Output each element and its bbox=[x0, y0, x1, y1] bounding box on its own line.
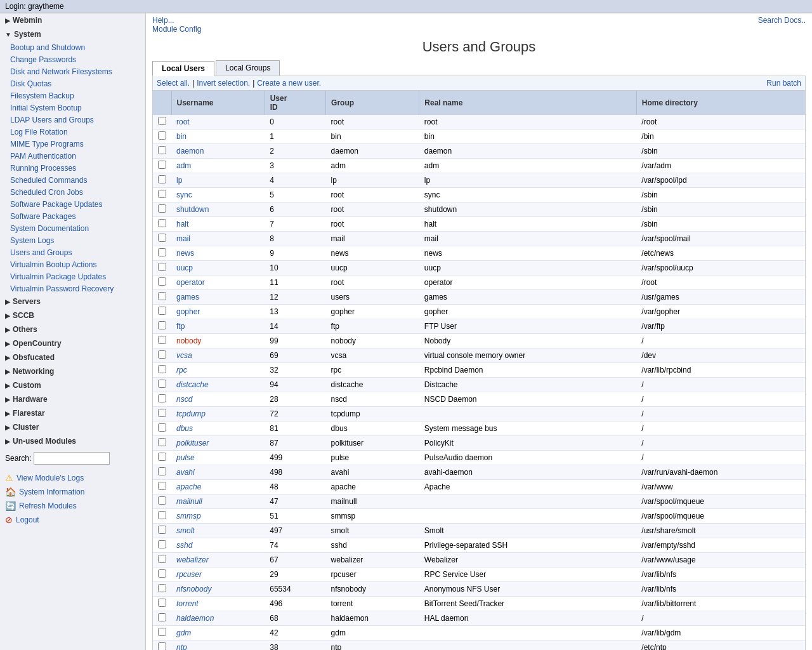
sidebar-section-servers[interactable]: ▶ Servers bbox=[0, 295, 145, 308]
row-checkbox[interactable] bbox=[158, 117, 166, 125]
row-checkbox[interactable] bbox=[158, 365, 166, 373]
row-checkbox[interactable] bbox=[158, 248, 166, 256]
row-checkbox[interactable] bbox=[158, 409, 166, 417]
username-link[interactable]: games bbox=[176, 293, 199, 302]
row-checkbox[interactable] bbox=[158, 234, 166, 242]
username-link[interactable]: smolt bbox=[176, 526, 195, 535]
sidebar-section-flarestar[interactable]: ▶ Flarestar bbox=[0, 406, 145, 420]
sidebar-link-virtualmin-package-updates[interactable]: Virtualmin Package Updates bbox=[10, 272, 106, 281]
username-link[interactable]: rpc bbox=[176, 366, 187, 375]
row-checkbox[interactable] bbox=[158, 307, 166, 315]
help-link[interactable]: Help... bbox=[152, 16, 201, 25]
sidebar-link-software-packages[interactable]: Software Packages bbox=[10, 212, 75, 221]
username-link[interactable]: sync bbox=[176, 190, 192, 199]
sidebar-link-bootup-shutdown[interactable]: Bootup and Shutdown bbox=[10, 43, 85, 52]
username-link[interactable]: lp bbox=[176, 176, 182, 185]
username-link[interactable]: rpcuser bbox=[176, 570, 202, 579]
row-checkbox[interactable] bbox=[158, 190, 166, 198]
create-new-user-link[interactable]: Create a new user. bbox=[257, 79, 321, 88]
username-link[interactable]: polkituser bbox=[176, 439, 209, 448]
sidebar-section-obsfucated[interactable]: ▶ Obsfucated bbox=[0, 350, 145, 364]
row-checkbox[interactable] bbox=[158, 628, 166, 636]
sidebar-link-virtualmin-bootup-actions[interactable]: Virtualmin Bootup Actions bbox=[10, 260, 97, 269]
sidebar-section-webmin[interactable]: ▶ Webmin bbox=[0, 13, 145, 27]
row-checkbox[interactable] bbox=[158, 394, 166, 402]
username-link[interactable]: shutdown bbox=[176, 205, 209, 214]
system-information-item[interactable]: 🏠 System Information bbox=[5, 485, 140, 499]
username-link[interactable]: webalizer bbox=[176, 555, 209, 564]
username-link[interactable]: nobody bbox=[176, 336, 201, 345]
sidebar-link-filesystem-backup[interactable]: Filesystem Backup bbox=[10, 91, 74, 100]
username-link[interactable]: sshd bbox=[176, 541, 192, 550]
tab-local-users[interactable]: Local Users bbox=[152, 61, 214, 76]
tab-local-groups[interactable]: Local Groups bbox=[216, 60, 280, 76]
row-checkbox[interactable] bbox=[158, 453, 166, 461]
row-checkbox[interactable] bbox=[158, 350, 166, 359]
username-link[interactable]: ftp bbox=[176, 322, 185, 331]
row-checkbox[interactable] bbox=[158, 131, 166, 140]
logout-link[interactable]: Logout bbox=[16, 515, 39, 524]
sidebar-link-users-and-groups[interactable]: Users and Groups bbox=[10, 248, 72, 257]
sidebar-link-ldap-users-groups[interactable]: LDAP Users and Groups bbox=[10, 116, 94, 124]
username-link[interactable]: avahi bbox=[176, 468, 195, 477]
sidebar-link-system-logs[interactable]: System Logs bbox=[10, 236, 54, 245]
sidebar-section-opencountry[interactable]: ▶ OpenCountry bbox=[0, 336, 145, 350]
row-checkbox[interactable] bbox=[158, 292, 166, 300]
search-input[interactable] bbox=[34, 452, 110, 465]
row-checkbox[interactable] bbox=[158, 321, 166, 329]
username-link[interactable]: apache bbox=[176, 482, 201, 491]
username-link[interactable]: gopher bbox=[176, 307, 200, 316]
row-checkbox[interactable] bbox=[158, 204, 166, 213]
username-link[interactable]: uucp bbox=[176, 263, 193, 272]
username-link[interactable]: distcache bbox=[176, 380, 209, 389]
view-modules-logs-link[interactable]: View Module's Logs bbox=[16, 474, 84, 482]
username-link[interactable]: news bbox=[176, 249, 194, 258]
row-checkbox[interactable] bbox=[158, 511, 166, 519]
sidebar-link-scheduled-commands[interactable]: Scheduled Commands bbox=[10, 176, 87, 185]
row-checkbox[interactable] bbox=[158, 146, 166, 154]
row-checkbox[interactable] bbox=[158, 599, 166, 607]
username-link[interactable]: ntp bbox=[176, 643, 187, 650]
sidebar-section-custom[interactable]: ▶ Custom bbox=[0, 378, 145, 392]
sidebar-section-others[interactable]: ▶ Others bbox=[0, 322, 145, 336]
sidebar-link-disk-network-filesystems[interactable]: Disk and Network Filesystems bbox=[10, 67, 112, 76]
username-link[interactable]: nfsnobody bbox=[176, 585, 211, 594]
refresh-modules-link[interactable]: Refresh Modules bbox=[19, 501, 77, 510]
row-checkbox[interactable] bbox=[158, 496, 166, 505]
sidebar-section-hardware[interactable]: ▶ Hardware bbox=[0, 392, 145, 406]
username-link[interactable]: operator bbox=[176, 278, 205, 287]
row-checkbox[interactable] bbox=[158, 336, 166, 344]
sidebar-section-system[interactable]: ▼ System bbox=[0, 27, 145, 41]
row-checkbox[interactable] bbox=[158, 380, 166, 388]
row-checkbox[interactable] bbox=[158, 263, 166, 271]
row-checkbox[interactable] bbox=[158, 423, 166, 432]
run-batch-link[interactable]: Run batch bbox=[766, 79, 801, 88]
sidebar-link-software-package-updates[interactable]: Software Package Updates bbox=[10, 200, 102, 209]
username-link[interactable]: smmsp bbox=[176, 512, 201, 521]
row-checkbox[interactable] bbox=[158, 526, 166, 534]
sidebar-link-log-file-rotation[interactable]: Log File Rotation bbox=[10, 128, 68, 136]
sidebar-section-unused-modules[interactable]: ▶ Un-used Modules bbox=[0, 434, 145, 448]
username-link[interactable]: pulse bbox=[176, 453, 195, 462]
sidebar-link-disk-quotas[interactable]: Disk Quotas bbox=[10, 79, 51, 88]
username-link[interactable]: bin bbox=[176, 132, 187, 141]
row-checkbox[interactable] bbox=[158, 555, 166, 563]
username-link[interactable]: torrent bbox=[176, 599, 199, 608]
row-checkbox[interactable] bbox=[158, 438, 166, 446]
username-link[interactable]: halt bbox=[176, 220, 188, 229]
system-information-link[interactable]: System Information bbox=[19, 488, 84, 496]
logout-item[interactable]: ⊘ Logout bbox=[5, 513, 140, 527]
select-all-link[interactable]: Select all. bbox=[157, 79, 190, 88]
username-link[interactable]: vcsa bbox=[176, 351, 192, 360]
search-docs-link[interactable]: Search Docs.. bbox=[758, 16, 806, 25]
sidebar-section-cluster[interactable]: ▶ Cluster bbox=[0, 420, 145, 434]
username-link[interactable]: mail bbox=[176, 234, 190, 243]
sidebar-link-system-documentation[interactable]: System Documentation bbox=[10, 224, 89, 233]
row-checkbox[interactable] bbox=[158, 569, 166, 578]
sidebar-section-sccb[interactable]: ▶ SCCB bbox=[0, 308, 145, 322]
row-checkbox[interactable] bbox=[158, 161, 166, 169]
username-link[interactable]: gdm bbox=[176, 628, 191, 637]
sidebar-link-initial-system-bootup[interactable]: Initial System Bootup bbox=[10, 103, 82, 112]
view-modules-logs-item[interactable]: ⚠ View Module's Logs bbox=[5, 471, 140, 485]
username-link[interactable]: tcpdump bbox=[176, 409, 206, 418]
